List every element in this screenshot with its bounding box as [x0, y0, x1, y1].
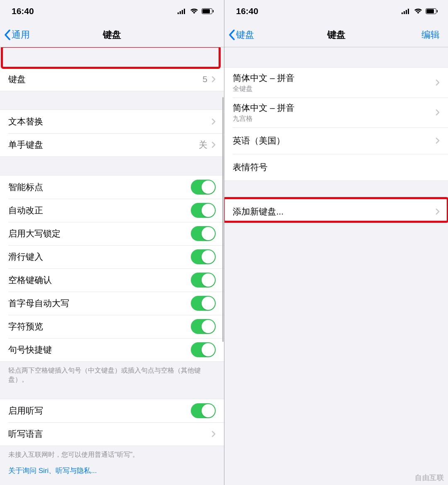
watermark: 自由互联 — [415, 473, 444, 483]
cell-label: 智能标点 — [8, 181, 191, 193]
status-icons — [178, 8, 214, 14]
svg-rect-5 — [202, 9, 210, 13]
row-enable-dictation[interactable]: 启用听写 — [0, 399, 224, 422]
cell-value: 关 — [199, 139, 207, 151]
svg-rect-9 — [406, 10, 407, 14]
cell-label: 键盘 — [8, 73, 202, 85]
svg-rect-8 — [404, 11, 405, 14]
cellular-signal-icon — [402, 8, 411, 14]
nav-bar: 键盘 键盘 编辑 — [224, 22, 448, 47]
wifi-icon — [414, 8, 422, 14]
privacy-link[interactable]: 关于询问 Siri、听写与隐私... — [0, 463, 224, 478]
row-smart-punctuation[interactable]: 智能标点 — [0, 175, 224, 199]
row-text-replacement[interactable]: 文本替换 — [0, 110, 224, 133]
toggle-switch[interactable] — [191, 403, 216, 418]
cell-label: 简体中文 – 拼音 — [233, 72, 295, 84]
content-scroll[interactable]: 简体中文 – 拼音 全键盘 简体中文 – 拼音 九宫格 英语（美国） 表情符号 … — [224, 47, 448, 485]
cell-label: 滑行键入 — [8, 251, 191, 263]
svg-rect-13 — [437, 10, 438, 12]
status-time: 16:40 — [12, 6, 34, 16]
page-title: 键盘 — [224, 29, 448, 41]
section-dictation: 启用听写 听写语言 — [0, 399, 224, 446]
wifi-icon — [190, 8, 198, 14]
svg-rect-0 — [178, 12, 179, 14]
battery-icon — [202, 8, 214, 14]
row-space-confirm[interactable]: 空格键确认 — [0, 268, 224, 292]
row-keyboard-item[interactable]: 简体中文 – 拼音 全键盘 — [224, 68, 448, 97]
row-dictation-language[interactable]: 听写语言 — [0, 422, 224, 446]
chevron-right-icon — [436, 79, 440, 86]
row-one-handed[interactable]: 单手键盘 关 — [0, 133, 224, 156]
cell-label: 添加新键盘... — [233, 206, 440, 217]
chevron-right-icon — [436, 109, 440, 116]
section-footer: 未接入互联网时，您可以使用普通话"听写"。 — [0, 446, 224, 463]
section-keyboards-list: 简体中文 – 拼音 全键盘 简体中文 – 拼音 九宫格 英语（美国） 表情符号 — [224, 67, 448, 181]
chevron-right-icon — [212, 431, 216, 437]
toggle-switch[interactable] — [191, 273, 216, 288]
row-char-preview[interactable]: 字符预览 — [0, 315, 224, 338]
svg-rect-7 — [402, 12, 403, 14]
row-keyboard-item[interactable]: 表情符号 — [224, 154, 448, 180]
cell-label: 文本替换 — [8, 116, 212, 127]
cell-label: 字符预览 — [8, 321, 191, 332]
section-footer: 轻点两下空格键插入句号（中文键盘）或插入句点与空格（其他键盘）。 — [0, 362, 224, 389]
battery-icon — [426, 8, 438, 14]
screen-keyboard-settings: 16:40 通用 键盘 键盘 5 — [0, 0, 224, 485]
status-time: 16:40 — [236, 6, 258, 16]
row-add-keyboard[interactable]: 添加新键盘... — [224, 200, 448, 224]
toggle-switch[interactable] — [191, 249, 216, 264]
cell-label: 英语（美国） — [233, 135, 440, 146]
chevron-right-icon — [212, 76, 216, 83]
toggle-switch[interactable] — [191, 226, 216, 241]
nav-bar: 通用 键盘 — [0, 22, 224, 47]
cell-value: 5 — [202, 74, 207, 84]
cell-label: 句号快捷键 — [8, 344, 191, 356]
status-bar: 16:40 — [0, 0, 224, 22]
section-add-keyboard: 添加新键盘... — [224, 199, 448, 224]
svg-rect-3 — [184, 9, 185, 14]
svg-rect-10 — [408, 9, 409, 14]
cell-label: 首字母自动大写 — [8, 297, 191, 309]
svg-rect-1 — [180, 11, 181, 14]
row-keyboards[interactable]: 键盘 5 — [0, 68, 224, 91]
screen-keyboard-list: 16:40 键盘 键盘 编辑 简体中文 – 拼音 全键盘 — [224, 0, 448, 485]
status-bar: 16:40 — [224, 0, 448, 22]
row-auto-capitalize[interactable]: 首字母自动大写 — [0, 292, 224, 315]
row-caps-lock[interactable]: 启用大写锁定 — [0, 222, 224, 245]
chevron-right-icon — [436, 137, 440, 144]
scrollbar[interactable] — [222, 97, 224, 342]
chevron-right-icon — [212, 118, 216, 125]
cell-label: 空格键确认 — [8, 274, 191, 286]
cell-label: 启用大写锁定 — [8, 228, 191, 239]
svg-rect-12 — [426, 9, 434, 13]
chevron-right-icon — [212, 141, 216, 148]
section-keyboards: 键盘 5 — [0, 67, 224, 91]
cell-label: 简体中文 – 拼音 — [233, 102, 295, 114]
content-scroll[interactable]: 键盘 5 文本替换 单手键盘 关 智能标点 自动改正 — [0, 47, 224, 485]
status-icons — [402, 8, 438, 14]
toggle-switch[interactable] — [191, 342, 216, 357]
toggle-switch[interactable] — [191, 203, 216, 218]
cell-label: 单手键盘 — [8, 139, 199, 151]
cell-subtitle: 九宫格 — [233, 115, 253, 123]
svg-rect-6 — [213, 10, 214, 12]
chevron-right-icon — [436, 208, 440, 215]
row-auto-correct[interactable]: 自动改正 — [0, 199, 224, 222]
toggle-switch[interactable] — [191, 180, 216, 195]
row-period-shortcut[interactable]: 句号快捷键 — [0, 338, 224, 361]
cell-subtitle: 全键盘 — [233, 85, 253, 93]
svg-rect-2 — [182, 10, 183, 14]
cell-label: 自动改正 — [8, 205, 191, 216]
edit-button[interactable]: 编辑 — [421, 29, 440, 41]
cell-label: 听写语言 — [8, 428, 212, 440]
cellular-signal-icon — [178, 8, 187, 14]
row-slide-type[interactable]: 滑行键入 — [0, 245, 224, 268]
row-keyboard-item[interactable]: 简体中文 – 拼音 九宫格 — [224, 97, 448, 127]
cell-label: 表情符号 — [233, 161, 440, 173]
cell-label: 启用听写 — [8, 405, 191, 417]
section-text: 文本替换 单手键盘 关 — [0, 110, 224, 157]
toggle-switch[interactable] — [191, 296, 216, 311]
row-keyboard-item[interactable]: 英语（美国） — [224, 127, 448, 154]
page-title: 键盘 — [0, 29, 224, 41]
toggle-switch[interactable] — [191, 319, 216, 334]
